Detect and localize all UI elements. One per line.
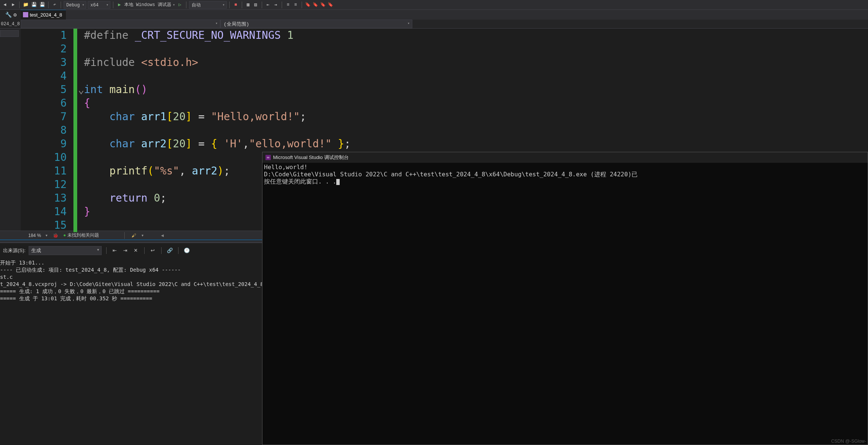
undo-icon[interactable]: ↶ <box>51 2 58 8</box>
output-source-dropdown[interactable]: 生成 <box>29 246 102 255</box>
brush-icon[interactable]: 🖌 <box>130 232 137 239</box>
debug-console-title: Microsoft Visual Studio 调试控制台 <box>273 154 349 161</box>
separator <box>19 2 20 8</box>
document-tabbar: 🔧 ⚙ test_2024_4_8 <box>0 10 868 20</box>
cpp-file-icon <box>23 12 28 17</box>
no-issues-indicator[interactable]: 未找到相关问题 <box>63 232 99 239</box>
stop-icon[interactable]: ■ <box>232 2 239 8</box>
watermark: CSDN @-SGlow- <box>831 439 866 444</box>
separator <box>242 2 242 8</box>
layout-icon[interactable]: ▤ <box>252 2 259 8</box>
nav-dropdown-row: 024_4_8 (全局范围) <box>0 20 868 29</box>
open-folder-icon[interactable]: 📁 <box>22 2 29 8</box>
change-indicator <box>73 29 77 232</box>
save-all-icon[interactable]: 💾 <box>39 2 46 8</box>
bookmark-clear-icon[interactable]: 🔖 <box>327 2 334 8</box>
debug-console-window[interactable]: ∞ Microsoft Visual Studio 调试控制台 Hello,wo… <box>262 152 868 445</box>
line-number-gutter: 1234 5678 9101112 131415 <box>21 29 73 231</box>
separator <box>48 2 49 8</box>
go-to-prev-icon[interactable]: ⇤ <box>111 247 119 254</box>
debug-target-label[interactable]: 本地 Windows 调试器 <box>124 2 171 8</box>
separator <box>113 2 113 8</box>
separator <box>282 2 282 8</box>
separator <box>61 2 61 8</box>
config-dropdown[interactable]: Debug <box>64 1 86 9</box>
auto-dropdown[interactable]: 自动 <box>189 1 227 9</box>
forward-icon[interactable]: ► <box>10 2 17 8</box>
solution-explorer-stub <box>0 29 21 231</box>
cursor <box>336 179 340 185</box>
tab-filename: test_2024_4_8 <box>30 12 62 18</box>
bookmark-icons: 🔖 🔖 🔖 🔖 <box>305 2 334 8</box>
h-scroll-left-icon[interactable]: ◄ <box>160 233 165 238</box>
separator <box>161 247 162 254</box>
save-icon[interactable]: 💾 <box>31 2 37 8</box>
nav-file-dropdown[interactable] <box>21 20 220 28</box>
indent-increase-icon[interactable]: ⇥ <box>272 2 279 8</box>
tab-file[interactable]: test_2024_4_8 <box>21 10 66 20</box>
back-icon[interactable]: ◄ <box>2 2 8 8</box>
bookmark-prev-icon[interactable]: 🔖 <box>312 2 319 8</box>
clock-icon[interactable]: 🕐 <box>183 247 191 254</box>
zoom-dd-icon[interactable]: ▾ <box>46 233 47 237</box>
layout-icon[interactable]: ▦ <box>245 2 252 8</box>
link-icon[interactable]: 🔗 <box>166 247 174 254</box>
debug-console-body[interactable]: Hello,world! D:\Code\Gitee\Visual Studio… <box>262 163 868 445</box>
separator <box>124 232 125 239</box>
play-no-debug-icon[interactable]: ▷ <box>177 2 183 8</box>
zoom-level[interactable]: 184 % <box>28 233 41 238</box>
main-toolbar: ◄ ► 📁 💾 💾 ↶ Debug x64 ▶ 本地 Windows 调试器 ▾… <box>0 0 868 10</box>
separator <box>178 247 178 254</box>
clear-all-icon[interactable]: ✕ <box>132 247 140 254</box>
separator <box>229 2 230 8</box>
separator <box>302 2 302 8</box>
comment-icon[interactable]: ≡ <box>285 2 291 8</box>
separator <box>262 2 262 8</box>
nav-scope-dropdown[interactable]: (全局范围) <box>220 20 412 28</box>
play-icon[interactable]: ▶ <box>116 2 123 8</box>
output-source-label: 出来源(S): <box>3 247 26 254</box>
bookmark-next-icon[interactable]: 🔖 <box>320 2 326 8</box>
bookmark-icon[interactable]: 🔖 <box>305 2 311 8</box>
solution-box[interactable] <box>0 30 19 37</box>
bug-outline-icon[interactable]: 🐞 <box>52 232 59 239</box>
debug-console-titlebar[interactable]: ∞ Microsoft Visual Studio 调试控制台 <box>262 152 868 163</box>
go-to-next-icon[interactable]: ⇥ <box>122 247 129 254</box>
gear-icon[interactable]: ⚙ <box>12 11 18 18</box>
indent-icons: ⇤ ⇥ <box>265 2 279 8</box>
separator <box>186 2 186 8</box>
indent-decrease-icon[interactable]: ⇤ <box>265 2 272 8</box>
uncomment-icon[interactable]: ≡ <box>292 2 299 8</box>
left-gutter-tools: 🔧 ⚙ <box>0 10 21 20</box>
layout-icons: ▦ ▤ <box>245 2 259 8</box>
wrench-icon[interactable]: 🔧 <box>5 11 12 18</box>
tree-item[interactable]: 024_4_8 <box>0 20 21 28</box>
separator <box>106 247 107 254</box>
comment-icons: ≡ ≡ <box>285 2 299 8</box>
platform-dropdown[interactable]: x64 <box>88 1 110 9</box>
separator <box>144 247 145 254</box>
toggle-wrap-icon[interactable]: ↩ <box>149 247 157 254</box>
vs-logo-icon: ∞ <box>265 155 271 160</box>
